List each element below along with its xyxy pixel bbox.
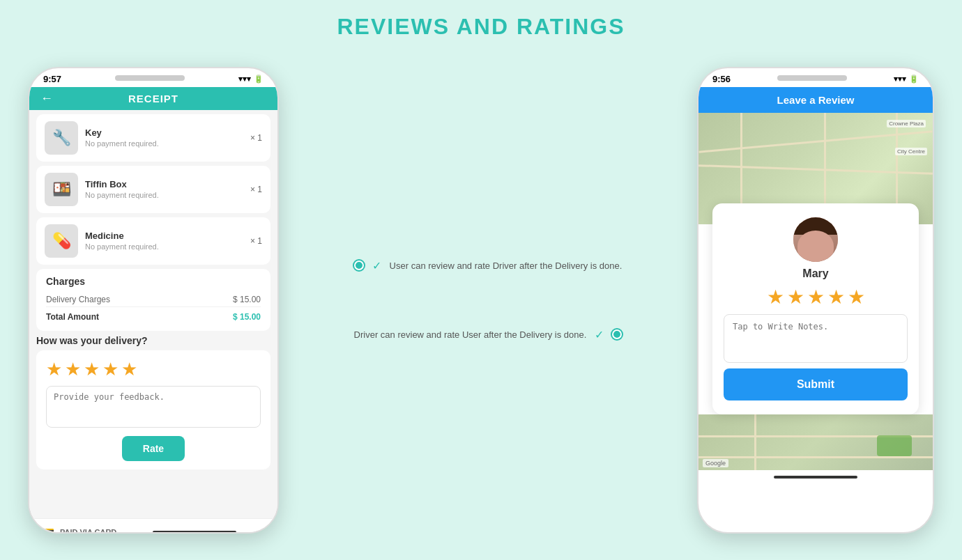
right-phone: 9:56 ▾▾▾ 🔋 Leave a Review Crowne Plaza C… xyxy=(697,67,934,534)
total-charge-row: Total Amount $ 15.00 xyxy=(46,310,261,324)
check-icon-bottom: ✓ xyxy=(595,328,604,341)
driver-star-5[interactable]: ★ xyxy=(848,286,865,309)
driver-avatar xyxy=(793,217,838,262)
item-tiffin-name: Tiffin Box xyxy=(85,179,243,189)
annotation-text-bottom: Driver can review and rate User after th… xyxy=(354,329,587,340)
map-label-hotel: Crowne Plaza xyxy=(887,120,926,127)
right-status-icons: ▾▾▾ 🔋 xyxy=(894,75,919,84)
driver-star-4[interactable]: ★ xyxy=(827,286,845,309)
right-home-indicator xyxy=(774,476,857,479)
left-header-title: RECEIPT xyxy=(128,93,178,104)
map-bottom: Google xyxy=(698,414,933,470)
star-1[interactable]: ★ xyxy=(46,359,62,380)
delivery-charge-label: Delivery Charges xyxy=(46,295,110,304)
right-wifi-icon: ▾▾▾ xyxy=(894,75,906,84)
battery-icon: 🔋 xyxy=(254,75,264,84)
right-status-bar: 9:56 ▾▾▾ 🔋 xyxy=(698,68,933,87)
left-status-bar: 9:57 ▾▾▾ 🔋 xyxy=(29,68,277,87)
rate-button[interactable]: Rate xyxy=(122,436,185,461)
item-medicine-name: Medicine xyxy=(85,231,243,241)
item-key-icon: 🔧 xyxy=(45,121,78,155)
right-status-time: 9:56 xyxy=(712,74,731,84)
middle-annotations: ✓ User can review and rate Driver after … xyxy=(279,259,697,341)
item-key-qty: × 1 xyxy=(250,133,262,143)
item-tiffin-sub: No payment required. xyxy=(85,191,243,199)
charges-section: Charges Delivery Charges $ 15.00 Total A… xyxy=(36,269,270,331)
notes-input[interactable] xyxy=(724,314,908,363)
driver-star-3[interactable]: ★ xyxy=(807,286,825,309)
item-medicine-info: Medicine No payment required. xyxy=(85,231,243,251)
item-key-name: Key xyxy=(85,127,243,138)
right-battery-icon: 🔋 xyxy=(909,75,919,84)
main-content: 9:57 ▾▾▾ 🔋 ← RECEIPT 🔧 Key No payment re… xyxy=(28,54,934,546)
annotation-top: ✓ User can review and rate Driver after … xyxy=(354,259,623,272)
map-bottom-road-2 xyxy=(754,414,756,470)
delivery-charge-row: Delivery Charges $ 15.00 xyxy=(46,293,261,307)
left-phone-body: 🔧 Key No payment required. × 1 🍱 Tiffin … xyxy=(29,110,277,518)
charges-title: Charges xyxy=(46,276,261,287)
paid-footer: 💳 PAID VIA CARD xyxy=(29,518,277,534)
right-header-title: Leave a Review xyxy=(777,94,855,106)
star-5[interactable]: ★ xyxy=(121,359,137,380)
home-indicator xyxy=(153,531,236,534)
map-green-block xyxy=(877,435,912,456)
driver-star-1[interactable]: ★ xyxy=(767,286,784,309)
avatar-skin xyxy=(797,231,833,262)
item-tiffin-info: Tiffin Box No payment required. xyxy=(85,179,243,199)
annotation-dot-bottom xyxy=(612,329,622,339)
back-arrow-icon[interactable]: ← xyxy=(40,91,53,106)
page-title: REVIEWS AND RATINGS xyxy=(337,14,625,40)
driver-avatar-img xyxy=(793,217,838,262)
map-bottom-road-3 xyxy=(698,456,933,458)
map-label-business: City Centre xyxy=(895,148,927,155)
rating-section: ★ ★ ★ ★ ★ Rate xyxy=(36,350,270,469)
right-notch xyxy=(777,75,847,81)
left-status-time: 9:57 xyxy=(43,74,61,84)
receipt-item-key: 🔧 Key No payment required. × 1 xyxy=(36,114,270,162)
star-2[interactable]: ★ xyxy=(65,359,81,380)
left-notch xyxy=(115,75,185,81)
left-phone: 9:57 ▾▾▾ 🔋 ← RECEIPT 🔧 Key No payment re… xyxy=(28,67,279,534)
item-medicine-sub: No payment required. xyxy=(85,242,243,251)
driver-star-2[interactable]: ★ xyxy=(787,286,804,309)
item-key-sub: No payment required. xyxy=(85,139,243,148)
item-medicine-icon: 💊 xyxy=(45,224,78,258)
user-stars[interactable]: ★ ★ ★ ★ ★ xyxy=(46,359,261,380)
annotation-text-top: User can review and rate Driver after th… xyxy=(390,260,623,271)
receipt-item-tiffin: 🍱 Tiffin Box No payment required. × 1 xyxy=(36,166,270,213)
receipt-item-medicine: 💊 Medicine No payment required. × 1 xyxy=(36,217,270,265)
annotation-dot-top xyxy=(354,260,364,270)
star-4[interactable]: ★ xyxy=(102,359,119,380)
driver-stars[interactable]: ★ ★ ★ ★ ★ xyxy=(767,286,865,309)
check-icon-top: ✓ xyxy=(372,259,381,272)
item-key-info: Key No payment required. xyxy=(85,127,243,148)
annotation-bottom: Driver can review and rate User after th… xyxy=(354,328,623,341)
delivery-question: How was your delivery? xyxy=(36,335,270,346)
right-phone-header: Leave a Review xyxy=(698,87,933,113)
item-tiffin-icon: 🍱 xyxy=(45,173,78,206)
delivery-charge-amount: $ 15.00 xyxy=(233,295,261,304)
feedback-input[interactable] xyxy=(46,386,261,428)
left-status-icons: ▾▾▾ 🔋 xyxy=(238,75,264,84)
item-tiffin-qty: × 1 xyxy=(250,185,262,194)
total-charge-label: Total Amount xyxy=(46,312,99,322)
total-charge-amount: $ 15.00 xyxy=(233,312,261,322)
card-icon: 💳 xyxy=(40,526,54,534)
google-label: Google xyxy=(703,459,728,467)
item-medicine-qty: × 1 xyxy=(250,236,262,246)
submit-button[interactable]: Submit xyxy=(724,368,908,400)
wifi-icon: ▾▾▾ xyxy=(238,75,251,84)
review-card: Mary ★ ★ ★ ★ ★ Submit xyxy=(712,203,919,414)
driver-name: Mary xyxy=(802,267,828,280)
left-phone-header: ← RECEIPT xyxy=(29,87,277,110)
star-3[interactable]: ★ xyxy=(84,359,100,380)
paid-label: PAID VIA CARD xyxy=(60,528,116,534)
